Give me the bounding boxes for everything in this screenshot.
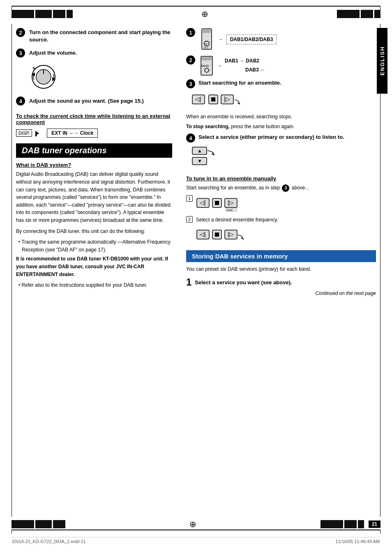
step-4-circle: 4 (16, 97, 25, 106)
dab-bold-notice: It is recommended to use DAB tuner KT-DB… (16, 255, 172, 278)
footer: EN18-23_KD-G722_003A_2.indd 21 11/16/05 … (12, 537, 380, 544)
step-2: 2 Turn on the connected component and st… (16, 28, 172, 44)
svg-text:◁|: ◁| (200, 199, 206, 206)
right-rule (380, 24, 380, 517)
disp-label: DISP. (16, 129, 32, 137)
disp-button-illustration: DISP. (16, 129, 42, 137)
footer-left: EN18-23_KD-G722_003A_2.indd 21 (12, 539, 86, 544)
storing-step-1-text: Select a service you want (see above). (195, 277, 292, 286)
band-diagram: BAND → DAB1 → DAB2 DAB3 ← (198, 55, 376, 76)
right-step-4-text: Select a service (either primary or seco… (198, 134, 376, 141)
step-2-text: Turn on the connected component and star… (29, 28, 172, 44)
right-step-3-circle: 3 (186, 79, 195, 88)
cursor-icon (34, 129, 42, 137)
storing-dab-section: Storing DAB services in memory You can p… (186, 250, 376, 296)
right-column: ENGLISH 1 S B C (180, 24, 376, 517)
svg-rect-10 (202, 57, 212, 60)
clock-check-title: To check the current clock time while li… (16, 113, 172, 125)
svg-text:|▷: |▷ (228, 199, 234, 206)
knob-svg: + (29, 62, 58, 91)
substep-1-num: 1 (186, 195, 193, 202)
tune-substep-1: 1 ◁| |▷ Hold.... (186, 195, 376, 213)
dab-paragraph1: Digital Audio Broadcasting (DAB) can del… (16, 170, 172, 224)
svg-rect-5 (203, 30, 211, 33)
step-2-area: 2 BAND → DAB1 → (186, 55, 376, 76)
right-step-3-text: Start searching for an ensemble. (198, 79, 376, 87)
left-rule (12, 24, 12, 517)
svg-text:◁|: ◁| (195, 96, 201, 102)
dab-bullet1: • Tracing the same programme automatical… (16, 238, 172, 253)
storing-description: You can preset six DAB services (primary… (186, 265, 376, 273)
continued-text: Continued on the next page (186, 290, 376, 296)
step-4-area: 4 Select a service (either primary or se… (186, 134, 376, 169)
step3-ref-circle: 3 (282, 184, 289, 192)
top-border-area: ⊕ (12, 6, 380, 18)
clock-check-row: DISP. EXT IN ↔→ Clock (16, 129, 172, 138)
svg-rect-26 (215, 201, 219, 205)
svg-text:BAND: BAND (201, 64, 209, 67)
substep-2-text: Select a desired ensemble frequency. (196, 216, 278, 224)
dab-component-illustration-1: S B C → DAB1/DAB2/DAB3 (198, 28, 376, 51)
svg-text:S: S (205, 42, 207, 46)
svg-text:+: + (32, 65, 35, 71)
up-down-buttons-illustration: ▲ ▼ (190, 145, 376, 169)
search-btns-svg: ◁| |▷ (190, 91, 244, 109)
right-step-1-circle: 1 (186, 28, 195, 37)
substep-2-num: 2 (186, 216, 193, 223)
left-column: 2 Turn on the connected component and st… (16, 24, 180, 517)
step-3-area: 3 Start searching for an ensemble. ◁| (186, 79, 376, 130)
step-3-circle: 3 (16, 48, 25, 58)
dab-bullet2: • Refer also to the Instructions supplie… (16, 281, 172, 289)
to-stop-searching-label: To stop searching, (186, 124, 230, 129)
english-sidebar: ENGLISH (377, 28, 387, 94)
right-step-4-circle: 4 (186, 134, 195, 143)
step-4-text: Adjust the sound as you want. (See page … (29, 97, 144, 105)
dab-section-header: DAB tuner operations (16, 143, 172, 158)
seek-btns-2-svg: ◁| |▷ (196, 227, 245, 243)
dab123-label: DAB1/DAB2/DAB3 (226, 35, 277, 44)
tune-substep-2: 2 Select a desired ensemble frequency. ◁… (186, 216, 376, 245)
language-label: ENGLISH (379, 46, 385, 76)
step-4: 4 Adjust the sound as you want. (See pag… (16, 97, 172, 106)
dab-paragraph2: By connecting the DAB tuner, this unit c… (16, 228, 172, 235)
svg-text:▼: ▼ (197, 158, 202, 164)
crosshair-bottom: ⊕ (189, 519, 196, 529)
stop-searching-text: press the same button again. (231, 124, 295, 129)
tune-manually-title: To tune in to an ensemble manually (186, 175, 376, 182)
tune-manually-section: To tune in to an ensemble manually Start… (186, 175, 376, 244)
page-wrapper: ⊕ 2 Turn on the connected component and … (0, 6, 392, 555)
up-down-btns-svg: ▲ ▼ (190, 145, 223, 168)
crosshair-decoration: ⊕ (201, 9, 208, 19)
svg-rect-34 (215, 233, 219, 237)
storing-header: Storing DAB services in memory (186, 250, 376, 262)
svg-rect-16 (211, 97, 215, 101)
volume-knob-illustration: + (29, 62, 172, 92)
storing-step-1-num: 1 (186, 277, 191, 287)
step-2-circle: 2 (16, 28, 25, 37)
stop-searching-note: To stop searching, press the same button… (186, 123, 376, 130)
step-3: 3 Adjust the volume. (16, 48, 172, 58)
component-svg-1: S B C (198, 28, 215, 51)
svg-text:◁|: ◁| (200, 231, 206, 237)
svg-text:▲: ▲ (197, 148, 202, 154)
ext-in-clock-box: EXT IN ↔→ Clock (47, 129, 98, 138)
bottom-border-area: ⊕ 21 (12, 520, 380, 534)
right-step-2-circle: 2 (186, 55, 195, 64)
svg-text:|▷: |▷ (224, 96, 230, 102)
step-3-text: Adjust the volume. (29, 48, 77, 57)
clock-check-section: To check the current clock time while li… (16, 113, 172, 138)
footer-right: 11/16/05 11:48:49 AM (335, 539, 380, 544)
tune-manually-intro: Start searching for an ensemble, as in s… (186, 184, 376, 192)
page-number: 21 (369, 520, 380, 528)
storing-step-1: 1 Select a service you want (see above). (186, 277, 376, 287)
svg-text:B C: B C (204, 46, 209, 49)
what-is-dab-title: What is DAB system? (16, 162, 172, 168)
dab-flow-diagram: DAB1 → DAB2 DAB3 ← (225, 57, 265, 74)
step-1-area: 1 S B C → (186, 28, 376, 52)
svg-text:|▷: |▷ (228, 231, 234, 237)
ensemble-received-note: When an ensemble is received, searching … (186, 113, 376, 120)
band-component-svg: BAND (198, 55, 215, 76)
seek-hold-svg: ◁| |▷ Hold.... (196, 195, 245, 212)
svg-text:Hold....: Hold.... (226, 209, 235, 212)
search-buttons-illustration: ◁| |▷ (190, 91, 376, 111)
